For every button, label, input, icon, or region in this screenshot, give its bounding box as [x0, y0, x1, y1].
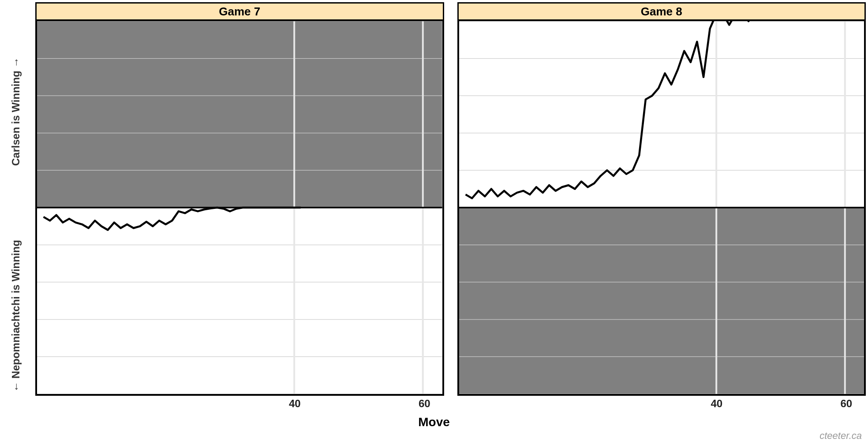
credit-text: cteeter.ca	[819, 430, 862, 442]
x-axis-label: Move	[0, 415, 868, 429]
x-tick-label: 40	[289, 398, 301, 410]
plot-area	[35, 19, 444, 396]
x-tick-label: 60	[841, 398, 853, 410]
plot-svg	[37, 21, 442, 394]
chart-figure: Carlsen is Winning → ← Nepomniachtchi is…	[0, 0, 868, 446]
panel-title: Game 7	[35, 2, 444, 19]
svg-rect-15	[459, 208, 864, 394]
svg-rect-0	[37, 21, 442, 208]
panel-game-7: Game 7 4060	[35, 2, 444, 411]
x-tick-label: 60	[419, 398, 430, 410]
panel-title: Game 8	[457, 2, 866, 19]
facet-panels: Game 7 4060 Game 8 4060	[35, 2, 866, 411]
plot-svg	[459, 21, 864, 394]
plot-area	[457, 19, 866, 396]
y-axis-label-bottom: ← Nepomniachtchi is Winning	[10, 240, 22, 392]
y-axis-labels: Carlsen is Winning → ← Nepomniachtchi is…	[3, 17, 29, 411]
x-tick-label: 40	[711, 398, 722, 410]
x-ticks: 4060	[457, 396, 866, 411]
x-ticks: 4060	[35, 396, 444, 411]
y-axis-label-top: Carlsen is Winning →	[10, 57, 22, 165]
panel-game-8: Game 8 4060	[457, 2, 866, 411]
